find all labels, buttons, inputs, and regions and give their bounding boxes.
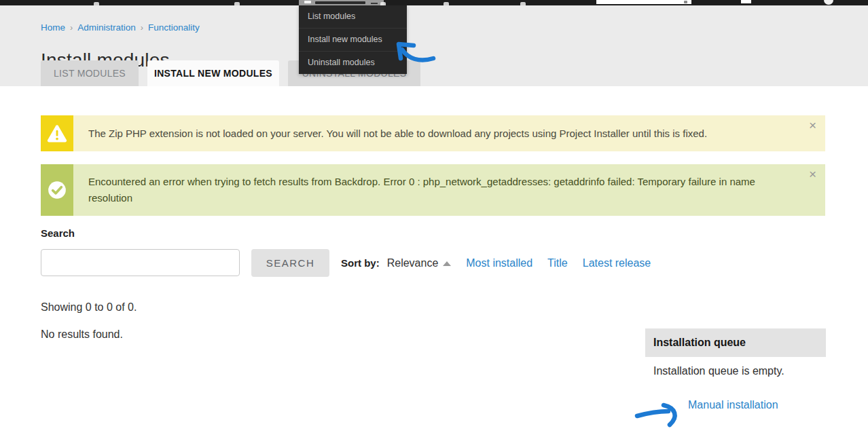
messages-area: The Zip PHP extension is not loaded on y…	[41, 115, 825, 229]
close-icon[interactable]: ×	[809, 168, 816, 181]
status-message: Encountered an error when trying to fetc…	[41, 164, 825, 216]
results-summary: Showing 0 to 0 of 0.	[41, 301, 137, 314]
tab-install-new-modules[interactable]: INSTALL NEW MODULES	[147, 60, 279, 86]
sort-link-most-installed[interactable]: Most installed	[466, 257, 532, 269]
search-input[interactable]	[41, 249, 240, 276]
breadcrumb: Home›Administration›Functionality	[41, 22, 200, 33]
annotation-arrow-manual-install	[637, 405, 675, 425]
puzzle-icon	[304, 1, 311, 3]
menu-item-uninstall-modules[interactable]: Uninstall modules	[299, 51, 407, 74]
manual-installation-link[interactable]: Manual installation	[688, 399, 778, 411]
admin-bar-icon	[824, 0, 833, 5]
sort-controls: Sort by: Relevance Most installed Title …	[341, 257, 651, 269]
sort-by-label: Sort by:	[341, 257, 380, 269]
installation-queue-empty-text: Installation queue is empty.	[645, 357, 826, 385]
sort-link-title[interactable]: Title	[547, 257, 568, 269]
admin-bar-icon	[380, 2, 386, 5]
installation-queue-panel: Installation queue Installation queue is…	[645, 328, 826, 385]
admin-menu-active-item-functionality[interactable]	[299, 0, 384, 5]
warning-icon	[47, 124, 67, 143]
admin-bar-icon	[94, 2, 99, 5]
tab-list-modules[interactable]: LIST MODULES	[41, 60, 139, 86]
breadcrumb-link-administration[interactable]: Administration	[77, 22, 136, 33]
sort-link-latest-release[interactable]: Latest release	[583, 257, 651, 269]
admin-bar-icon	[520, 2, 526, 5]
breadcrumb-separator: ›	[70, 23, 73, 33]
search-label: Search	[41, 227, 75, 239]
search-button[interactable]: SEARCH	[251, 249, 329, 277]
admin-bar-icon	[444, 2, 449, 5]
admin-menu-item-label-clipped	[315, 1, 365, 4]
sort-current-relevance[interactable]: Relevance	[387, 257, 439, 269]
admin-dropdown-menu: List modules Install new modules Uninsta…	[299, 5, 407, 74]
admin-bar-icon	[741, 0, 751, 3]
search-icon	[684, 1, 687, 3]
admin-search-input[interactable]	[596, 0, 691, 4]
warning-message-text: The Zip PHP extension is not loaded on y…	[73, 115, 825, 151]
admin-toolbar	[0, 0, 868, 5]
breadcrumb-link-home[interactable]: Home	[41, 22, 65, 33]
warning-stripe	[41, 115, 73, 151]
page-header: Home›Administration›Functionality Instal…	[0, 5, 868, 86]
check-circle-icon	[48, 181, 67, 200]
close-icon[interactable]: ×	[809, 119, 816, 132]
warning-message: The Zip PHP extension is not loaded on y…	[41, 115, 825, 151]
menu-item-install-new-modules[interactable]: Install new modules	[299, 28, 407, 51]
installation-queue-header: Installation queue	[645, 328, 826, 357]
breadcrumb-separator: ›	[141, 23, 143, 33]
admin-bar-icon	[234, 2, 240, 5]
sort-ascending-icon[interactable]	[443, 261, 451, 266]
breadcrumb-link-functionality[interactable]: Functionality	[148, 22, 200, 33]
menu-item-list-modules[interactable]: List modules	[299, 5, 407, 28]
status-stripe	[41, 164, 73, 216]
chevron-down-icon	[371, 3, 378, 4]
status-message-text: Encountered an error when trying to fetc…	[73, 164, 825, 216]
no-results-text: No results found.	[41, 328, 123, 341]
